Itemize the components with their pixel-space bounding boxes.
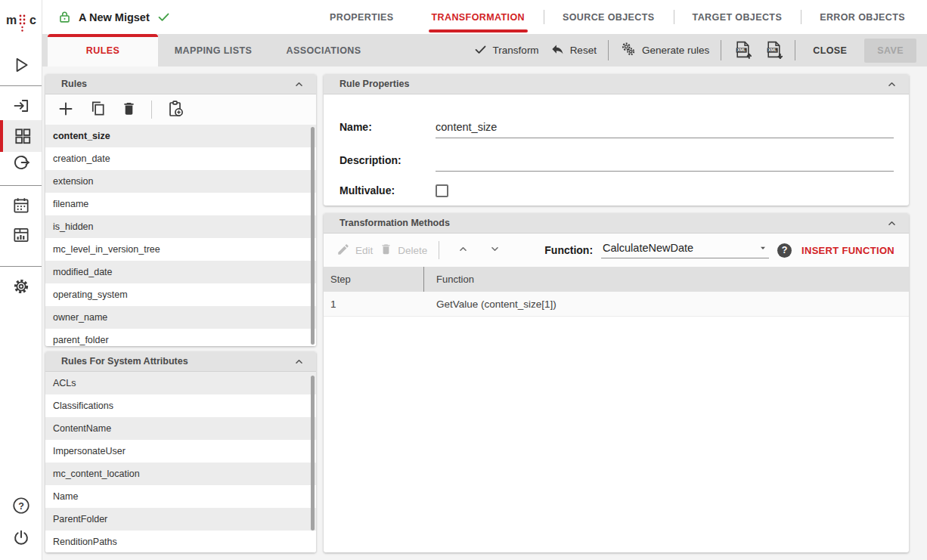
sidebar: m c: [0, 0, 42, 560]
import-arrow-icon: [11, 96, 31, 116]
sidebar-item-importers[interactable]: [11, 95, 32, 116]
move-step-up-button[interactable]: [451, 243, 476, 258]
system-rule-list-item[interactable]: Name: [45, 485, 316, 508]
rule-list-item[interactable]: owner_name: [45, 306, 316, 329]
toolbar-divider: [608, 40, 609, 60]
copy-icon: [89, 100, 107, 119]
delete-rule-button[interactable]: [121, 101, 137, 119]
sidebar-item-logout[interactable]: [11, 528, 32, 549]
rules-list: content_sizecreation_dateextensionfilena…: [45, 125, 316, 346]
logo-icon: m c: [4, 6, 39, 36]
system-rules-panel-header[interactable]: Rules For System Attributes: [45, 351, 316, 372]
top-tab[interactable]: TARGET OBJECTS: [674, 0, 801, 34]
migset-title: A New Migset: [79, 11, 150, 23]
calendar-icon: [11, 196, 31, 215]
top-tab[interactable]: PROPERTIES: [311, 0, 413, 34]
paste-rule-button[interactable]: [166, 100, 184, 120]
system-rules-list: ACLsClassificationsContentNameImpersonat…: [45, 372, 316, 552]
system-rule-list-item[interactable]: ACLs: [45, 372, 316, 394]
copy-rule-button[interactable]: [89, 100, 107, 119]
transform-button[interactable]: Transform: [473, 42, 539, 59]
description-field[interactable]: [436, 153, 894, 172]
sidebar-item-settings[interactable]: [11, 276, 32, 297]
top-tab[interactable]: ERROR OBJECTS: [801, 0, 924, 34]
svg-text:?: ?: [18, 501, 24, 512]
step-table-row[interactable]: 1 GetValue (content_size[1]): [324, 292, 909, 317]
rule-list-item[interactable]: filename: [45, 193, 316, 215]
chevron-up-icon[interactable]: [885, 217, 898, 230]
rules-panel-title: Rules: [61, 79, 87, 89]
sidebar-divider: [0, 266, 42, 267]
play-icon: [11, 55, 31, 75]
rules-panel: Rules content_sizecreation_dateextension…: [45, 74, 316, 346]
rule-properties-header[interactable]: Rule Properties: [324, 74, 909, 94]
rule-list-item[interactable]: creation_date: [45, 147, 316, 170]
top-bar: A New Migset PROPERTIESTRANSFORMATIONSOU…: [42, 0, 927, 34]
migset-title-group: A New Migset: [42, 10, 269, 24]
close-button[interactable]: CLOSE: [807, 39, 853, 62]
sidebar-item-help[interactable]: ?: [11, 495, 32, 516]
insert-function-button[interactable]: INSERT FUNCTION: [800, 242, 896, 259]
description-label: Description:: [339, 154, 436, 172]
sub-tab[interactable]: RULES: [48, 34, 158, 67]
rule-list-item[interactable]: parent_folder: [45, 329, 316, 346]
system-rule-list-item[interactable]: mc_content_location: [45, 463, 316, 485]
system-rule-list-item[interactable]: ContentName: [45, 417, 316, 440]
system-rule-list-item[interactable]: ParentFolder: [45, 508, 316, 531]
help-icon: ?: [11, 496, 31, 515]
sidebar-item-run[interactable]: [11, 54, 32, 76]
rule-list-item[interactable]: extension: [45, 170, 316, 193]
rules-panel-header[interactable]: Rules: [45, 74, 316, 94]
function-help-icon[interactable]: ?: [777, 243, 792, 258]
sidebar-item-exporters[interactable]: [11, 152, 32, 173]
system-rule-list-item[interactable]: RenditionPaths: [45, 531, 316, 552]
import-xml-button[interactable]: XML: [764, 41, 783, 60]
delete-step-button[interactable]: Delete: [380, 243, 427, 258]
name-field[interactable]: content_size: [436, 120, 894, 138]
multivalue-label: Multivalue:: [339, 184, 436, 196]
svg-text:m: m: [6, 14, 17, 26]
clipboard-add-icon: [166, 100, 184, 120]
rules-list-scrollbar[interactable]: [311, 127, 315, 345]
chevron-up-icon[interactable]: [885, 78, 898, 91]
sidebar-item-dashboard[interactable]: [11, 224, 32, 246]
step-column-header: Step: [324, 267, 423, 292]
right-column: Rule Properties Name: content_size Descr…: [324, 74, 909, 552]
sidebar-item-scheduler[interactable]: [11, 195, 32, 216]
step-cell: 1: [324, 299, 423, 310]
description-row: Description:: [339, 138, 894, 172]
sub-tab[interactable]: MAPPING LISTS: [158, 34, 268, 67]
sidebar-item-migsets[interactable]: [0, 120, 42, 152]
gear-icon: [11, 277, 31, 296]
rule-list-item[interactable]: modified_date: [45, 261, 316, 283]
top-tab[interactable]: SOURCE OBJECTS: [544, 0, 674, 34]
add-rule-button[interactable]: [57, 100, 75, 120]
reset-button[interactable]: Reset: [550, 42, 597, 59]
function-select[interactable]: CalculateNewDate: [601, 242, 769, 258]
rule-list-item[interactable]: mc_level_in_version_tree: [45, 238, 316, 261]
sub-tab[interactable]: ASSOCIATIONS: [268, 34, 379, 67]
top-tab[interactable]: TRANSFORMATION: [413, 0, 544, 34]
save-button[interactable]: SAVE: [864, 39, 916, 63]
rule-list-item[interactable]: is_hidden: [45, 215, 316, 238]
xml-download-icon: XML: [764, 40, 783, 61]
chevron-up-icon[interactable]: [293, 355, 305, 368]
function-label: Function:: [544, 244, 593, 256]
system-rule-list-item[interactable]: Classifications: [45, 394, 316, 417]
multivalue-checkbox[interactable]: [436, 184, 448, 197]
app-root: m c: [0, 0, 927, 560]
export-xml-button[interactable]: XML: [733, 41, 752, 60]
move-step-down-button[interactable]: [482, 243, 507, 258]
edit-step-button[interactable]: Edit: [336, 243, 373, 258]
chevron-down-icon: [488, 243, 501, 258]
system-rules-list-scrollbar[interactable]: [311, 376, 315, 531]
chevron-up-icon[interactable]: [293, 78, 305, 91]
rule-list-item[interactable]: content_size: [45, 125, 316, 147]
sub-tabs: RULESMAPPING LISTSASSOCIATIONS: [48, 34, 379, 67]
rule-list-item[interactable]: operating_system: [45, 283, 316, 306]
system-rule-list-item[interactable]: ImpersonateUser: [45, 440, 316, 463]
transformation-methods-header[interactable]: Transformation Methods: [324, 213, 909, 234]
app-logo[interactable]: m c: [0, 6, 42, 36]
generate-rules-button[interactable]: Generate rules: [620, 41, 709, 60]
toolbar-divider: [721, 40, 721, 60]
